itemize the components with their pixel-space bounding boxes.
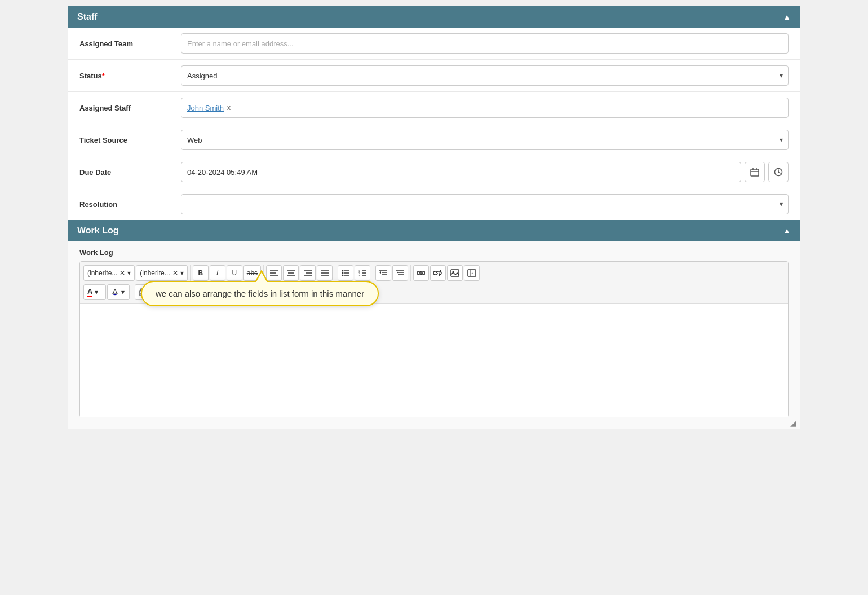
insert-image-btn[interactable] [447,265,463,281]
staff-chevron[interactable]: ▲ [783,12,791,21]
resolution-select[interactable] [181,194,789,214]
assigned-team-row: Assigned Team [68,28,800,60]
font-family-value: (inherite... [87,269,117,277]
resolution-select-wrapper: ▾ [181,194,789,214]
separator-6 [132,284,132,300]
resize-handle[interactable]: ◢ [790,419,798,427]
ticket-source-select[interactable]: Web Email Phone API [181,130,789,150]
svg-point-20 [342,272,344,274]
svg-marker-38 [397,271,398,274]
editor-area[interactable] [80,304,788,417]
ticket-source-select-wrapper: Web Email Phone API ▾ [181,130,789,150]
font-color-dropdown[interactable]: A ▾ [83,284,106,300]
align-right-btn[interactable] [300,265,316,281]
assigned-team-label: Assigned Team [79,39,170,48]
font-size-value: (inherite... [140,269,170,277]
font-size-dropdown[interactable]: (inherite... ✕ ▾ [136,265,187,281]
remove-staff-btn[interactable]: x [227,104,231,112]
font-size-arrow-icon[interactable]: ▾ [180,269,184,277]
tooltip-text: we can also arrange the fields in list f… [156,289,364,298]
staff-title: Staff [77,12,98,22]
assigned-staff-row: Assigned Staff John Smith x [68,92,800,124]
worklog-field-label: Work Log [79,248,789,257]
ordered-list-btn[interactable]: 1.2.3. [355,265,370,281]
toolbar-row-1: (inherite... ✕ ▾ (inherite... ✕ ▾ B I [83,265,785,281]
separator-5 [410,265,411,281]
staff-section-header: Staff ▲ [68,6,800,28]
staff-name-link[interactable]: John Smith [187,104,224,112]
align-justify-btn[interactable] [317,265,333,281]
align-center-btn[interactable] [283,265,299,281]
due-date-input[interactable] [181,162,741,182]
due-date-row: Due Date [68,156,800,188]
resolution-label: Resolution [79,200,170,209]
bg-color-icon [111,288,119,296]
font-size-x-btn[interactable]: ✕ [172,269,178,277]
resolution-row: Resolution ▾ [68,188,800,220]
assigned-staff-box: John Smith x [181,98,789,118]
ticket-source-row: Ticket Source Web Email Phone API ▾ [68,124,800,156]
unordered-list-btn[interactable] [338,265,353,281]
font-family-dropdown[interactable]: (inherite... ✕ ▾ [83,265,135,281]
align-left-btn[interactable] [266,265,282,281]
insert-media-btn[interactable]: + [464,265,480,281]
staff-form-body: Assigned Team Status* Assigned Open Clos… [68,28,800,220]
outdent-btn[interactable] [392,265,408,281]
ticket-source-label: Ticket Source [79,136,170,144]
svg-marker-34 [379,271,381,274]
svg-point-21 [342,275,344,276]
page-wrapper: Staff ▲ Assigned Team Status* Assigned O… [68,6,800,429]
worklog-title: Work Log [77,226,118,236]
svg-text:+: + [472,271,473,275]
clock-icon-btn[interactable] [768,162,789,182]
font-family-arrow-icon[interactable]: ▾ [127,269,131,277]
separator-3 [335,265,335,281]
separator-4 [373,265,373,281]
status-select[interactable]: Assigned Open Closed Pending [181,65,789,86]
due-date-label: Due Date [79,168,170,177]
worklog-chevron[interactable]: ▲ [783,226,791,235]
status-label: Status* [79,72,170,80]
font-color-a-label: A [87,287,92,297]
calendar-icon-btn[interactable] [745,162,765,182]
bg-color-dropdown[interactable]: ▾ [107,284,130,300]
worklog-section-header: Work Log ▲ [68,220,800,241]
italic-btn[interactable]: I [210,265,225,281]
bold-btn[interactable]: B [193,265,209,281]
worklog-body: Work Log (inherite... ✕ ▾ (inherite... [68,241,800,429]
main-container: Staff ▲ Assigned Team Status* Assigned O… [68,6,800,429]
link-btn[interactable] [413,265,429,281]
underline-btn[interactable]: U [227,265,242,281]
svg-line-6 [778,172,780,173]
staff-tag: John Smith x [187,104,231,112]
unlink-btn[interactable] [430,265,446,281]
due-date-controls [181,162,789,182]
assigned-staff-label: Assigned Staff [79,104,170,112]
separator-1 [190,265,191,281]
status-row: Status* Assigned Open Closed Pending ▾ [68,60,800,92]
tooltip-bubble: we can also arrange the fields in list f… [141,281,379,306]
svg-point-19 [342,270,344,272]
assigned-team-input[interactable] [181,33,789,54]
status-select-wrapper: Assigned Open Closed Pending ▾ [181,65,789,86]
indent-btn[interactable] [375,265,391,281]
font-color-arrow-icon[interactable]: ▾ [95,288,98,296]
svg-rect-0 [751,169,759,176]
font-family-x-btn[interactable]: ✕ [119,269,125,277]
svg-text:3.: 3. [358,274,360,276]
bg-color-arrow-icon[interactable]: ▾ [121,288,125,296]
